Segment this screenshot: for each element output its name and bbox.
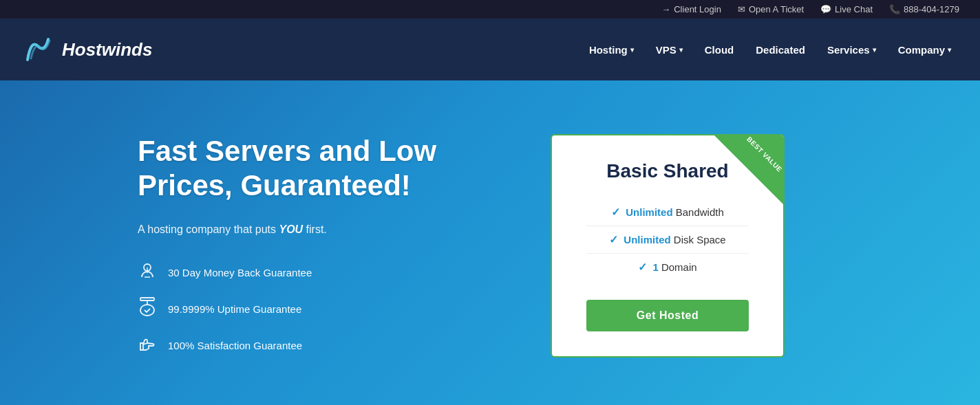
guarantee-satisfaction: 100% Satisfaction Guarantee — [138, 333, 509, 357]
navbar: Hostwinds Hosting ▾ VPS ▾ Cloud Dedicate… — [0, 19, 980, 80]
chevron-down-icon: ▾ — [948, 46, 951, 54]
domain-highlight: 1 — [652, 261, 658, 273]
card-feature-domain: ✓ 1 Domain — [586, 254, 749, 281]
chevron-down-icon: ▾ — [679, 46, 683, 54]
nav-company-label: Company — [898, 44, 945, 56]
bandwidth-text: Bandwidth — [673, 206, 724, 218]
guarantee-satisfaction-text: 100% Satisfaction Guarantee — [168, 340, 302, 351]
nav-cloud[interactable]: Cloud — [696, 39, 743, 61]
check-icon: ✓ — [638, 261, 647, 274]
open-ticket-link[interactable]: ✉ Open A Ticket — [738, 4, 804, 14]
bandwidth-highlight: Unlimited — [626, 206, 672, 218]
feature-disk: Unlimited Disk Space — [624, 234, 725, 245]
chevron-down-icon: ▾ — [873, 46, 876, 54]
nav-vps[interactable]: VPS ▾ — [648, 39, 691, 61]
get-hosted-button[interactable]: Get Hosted — [586, 300, 749, 331]
best-value-text: BEST VALUE — [745, 135, 783, 174]
disk-text: Disk Space — [671, 234, 726, 245]
client-login-label: Client Login — [674, 4, 721, 14]
feature-domain: 1 Domain — [652, 261, 696, 273]
hero-subtitle: A hosting company that puts YOU first. — [138, 223, 509, 236]
hero-title: Fast Servers and Low Prices, Guaranteed! — [138, 134, 509, 204]
nav-hosting-label: Hosting — [589, 44, 628, 56]
feature-bandwidth: Unlimited Bandwidth — [626, 206, 724, 218]
check-icon: ✓ — [609, 233, 618, 246]
uptime-icon — [138, 296, 157, 321]
guarantee-uptime: 99.9999% Uptime Guarantee — [138, 296, 509, 321]
live-chat-label: Live Chat — [835, 4, 873, 14]
svg-rect-1 — [140, 298, 154, 300]
ticket-icon: ✉ — [738, 4, 745, 14]
hero-content: Fast Servers and Low Prices, Guaranteed!… — [138, 134, 509, 358]
money-back-icon — [138, 261, 157, 284]
subtitle-pre: A hosting company that puts — [138, 223, 279, 235]
nav-services-label: Services — [827, 44, 870, 56]
nav-vps-label: VPS — [656, 44, 677, 56]
logo-text: Hostwinds — [62, 39, 152, 61]
pricing-card: BEST VALUE Basic Shared ✓ Unlimited Band… — [551, 134, 785, 358]
open-ticket-label: Open A Ticket — [749, 4, 804, 14]
nav-services[interactable]: Services ▾ — [819, 39, 884, 61]
disk-highlight: Unlimited — [624, 234, 670, 245]
logo-link[interactable]: Hostwinds — [21, 32, 152, 67]
guarantee-uptime-text: 99.9999% Uptime Guarantee — [168, 303, 301, 315]
satisfaction-icon — [138, 333, 157, 357]
check-icon: ✓ — [611, 206, 620, 219]
phone-link[interactable]: 📞 888-404-1279 — [889, 4, 959, 14]
svg-point-2 — [140, 305, 154, 316]
pricing-card-wrap: BEST VALUE Basic Shared ✓ Unlimited Band… — [551, 134, 785, 358]
guarantee-money-back-text: 30 Day Money Back Guarantee — [168, 267, 312, 278]
guarantees-list: 30 Day Money Back Guarantee 99.9999% Upt… — [138, 261, 509, 357]
nav-dedicated[interactable]: Dedicated — [747, 39, 813, 61]
nav-menu: Hosting ▾ VPS ▾ Cloud Dedicated Services… — [581, 39, 959, 61]
chevron-down-icon: ▾ — [630, 46, 634, 54]
topbar: → Client Login ✉ Open A Ticket 💬 Live Ch… — [0, 0, 980, 19]
card-features-list: ✓ Unlimited Bandwidth ✓ Unlimited Disk S… — [586, 199, 749, 281]
nav-cloud-label: Cloud — [705, 44, 734, 56]
domain-text: Domain — [659, 261, 697, 273]
card-feature-disk: ✓ Unlimited Disk Space — [586, 226, 749, 254]
subtitle-strong: YOU — [279, 223, 303, 235]
hero-section: Fast Servers and Low Prices, Guaranteed!… — [0, 80, 980, 405]
phone-number: 888-404-1279 — [904, 4, 959, 14]
client-login-link[interactable]: → Client Login — [661, 4, 721, 14]
login-icon: → — [661, 4, 670, 14]
subtitle-post: first. — [303, 223, 327, 235]
phone-icon: 📞 — [889, 4, 900, 14]
live-chat-link[interactable]: 💬 Live Chat — [820, 4, 873, 14]
nav-company[interactable]: Company ▾ — [890, 39, 959, 61]
best-value-badge: BEST VALUE — [714, 135, 783, 204]
guarantee-money-back: 30 Day Money Back Guarantee — [138, 261, 509, 284]
nav-hosting[interactable]: Hosting ▾ — [581, 39, 642, 61]
nav-dedicated-label: Dedicated — [756, 44, 805, 56]
chat-icon: 💬 — [820, 4, 831, 14]
logo-icon — [21, 32, 55, 67]
